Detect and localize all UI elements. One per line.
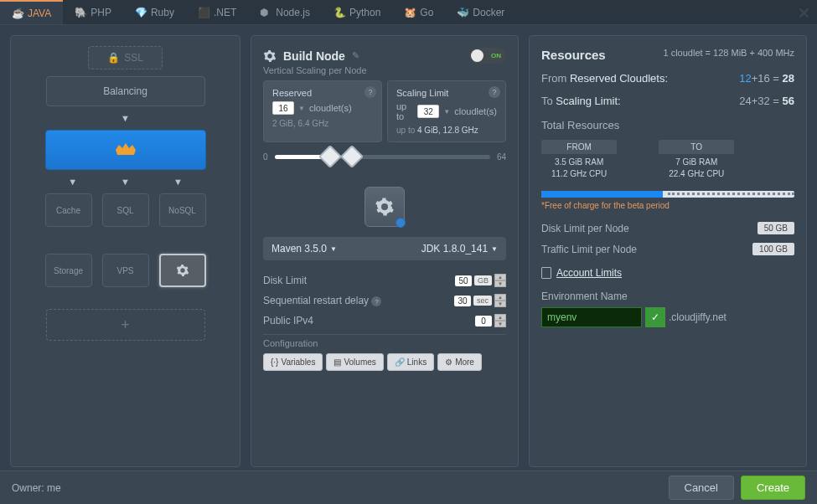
resources-title: Resources: [541, 48, 606, 62]
disk-icon: ▤: [334, 357, 341, 367]
chevron-down-icon: ▼: [330, 245, 337, 253]
tab-nodejs[interactable]: ⬢Node.js: [248, 0, 322, 24]
lock-icon: 🔒: [107, 52, 120, 64]
gear-icon: [375, 197, 395, 217]
account-limits-link[interactable]: Account Limits: [556, 267, 622, 279]
go-icon: 🐹: [404, 7, 416, 18]
tomcat-icon: [114, 141, 137, 158]
arrow-down-icon: ▼: [121, 113, 130, 123]
app-server-node[interactable]: [45, 130, 206, 170]
tab-php[interactable]: 🐘PHP: [63, 0, 123, 24]
disk-limit-per-node-label: Disk Limit per Node: [541, 223, 629, 234]
build-node-title: Build Node: [283, 49, 345, 63]
build-node-toggle[interactable]: ON: [469, 48, 506, 64]
gear-icon: [176, 264, 189, 277]
arrow-down-icon: ▼: [68, 177, 77, 187]
disk-limit-badge: 50 GB: [758, 222, 794, 234]
limit-input[interactable]: [417, 105, 439, 118]
version-selector[interactable]: Maven 3.5.0▼ JDK 1.8.0_141▼: [263, 237, 506, 260]
variables-button[interactable]: {·}Variables: [263, 353, 323, 371]
restart-delay-value[interactable]: 30: [454, 296, 471, 306]
environment-name-label: Environment Name: [541, 291, 794, 302]
gear-icon: [263, 49, 277, 63]
nodejs-icon: ⬢: [260, 7, 271, 18]
more-button[interactable]: ⚙More: [437, 353, 482, 371]
link-icon: 🔗: [395, 357, 405, 367]
build-config-panel: Build Node ✎ ON Vertical Scaling per Nod…: [251, 35, 519, 467]
reserved-input[interactable]: [272, 101, 294, 115]
vps-node[interactable]: VPS: [102, 254, 149, 287]
document-icon: [541, 267, 551, 279]
links-button[interactable]: 🔗Links: [387, 353, 434, 371]
ruby-icon: 💎: [135, 7, 147, 18]
edit-icon[interactable]: ✎: [352, 50, 359, 61]
topology-panel: 🔒SSL Balancing ▼ ▼ ▼ ▼ Cache SQL NoSQL S…: [10, 35, 240, 467]
owner-label: Owner: me: [12, 482, 61, 494]
java-icon: ☕: [12, 8, 23, 19]
to-resources-box: TO 7 GiB RAM22.4 GHz CPU: [659, 140, 734, 183]
from-resources-box: FROM 3.5 GiB RAM11.2 GHz CPU: [541, 140, 617, 183]
close-button[interactable]: ✕: [798, 4, 810, 23]
tab-ruby[interactable]: 💎Ruby: [123, 0, 186, 24]
environment-domain: .cloudjiffy.net: [669, 311, 727, 323]
chevron-down-icon[interactable]: ▼: [443, 108, 450, 116]
resources-panel: Resources 1 cloudlet = 128 MiB + 400 MHz…: [529, 35, 807, 467]
cancel-button[interactable]: Cancel: [669, 476, 734, 500]
volumes-button[interactable]: ▤Volumes: [326, 353, 383, 371]
balancing-button[interactable]: Balancing: [46, 76, 205, 106]
gear-icon: ⚙: [445, 357, 452, 367]
slider-handle-reserved[interactable]: [318, 145, 342, 168]
cache-node[interactable]: Cache: [45, 193, 92, 227]
php-icon: 🐘: [75, 7, 86, 18]
resources-progress: [541, 191, 794, 198]
sql-node[interactable]: SQL: [102, 193, 149, 227]
disk-limit-label: Disk Limit: [263, 275, 307, 286]
traffic-limit-label: Traffic Limit per Node: [541, 244, 637, 255]
cloudlet-slider[interactable]: [275, 155, 490, 159]
scaling-subtitle: Vertical Scaling per Node: [263, 65, 506, 75]
chevron-down-icon: ▼: [491, 245, 498, 253]
docker-icon: 🐳: [457, 7, 468, 18]
environment-name-input[interactable]: [541, 307, 642, 327]
chevron-down-icon[interactable]: ▼: [298, 105, 305, 112]
help-icon[interactable]: ?: [489, 86, 500, 98]
tab-python[interactable]: 🐍Python: [322, 0, 392, 24]
node-image[interactable]: [365, 187, 405, 227]
tab-go[interactable]: 🐹Go: [392, 0, 445, 24]
beta-note: *Free of charge for the beta period: [541, 201, 794, 210]
tab-dotnet[interactable]: ⬛.NET: [186, 0, 248, 24]
disk-stepper[interactable]: ▲▼: [494, 274, 506, 287]
language-tabs: ☕JAVA 🐘PHP 💎Ruby ⬛.NET ⬢Node.js 🐍Python …: [0, 0, 817, 25]
python-icon: 🐍: [334, 7, 345, 18]
slider-handle-limit[interactable]: [340, 145, 364, 168]
add-node-button[interactable]: +: [46, 309, 205, 341]
help-icon[interactable]: ?: [371, 296, 381, 306]
reserved-cloudlets-box: ? Reserved ▼cloudlet(s) 2 GiB, 6.4 GHz: [263, 80, 382, 142]
restart-delay-label: Sequential restart delay ?: [263, 295, 381, 307]
ipv4-label: Public IPv4: [263, 315, 313, 327]
arrow-down-icon: ▼: [121, 177, 130, 187]
ipv4-stepper[interactable]: ▲▼: [494, 314, 506, 327]
tab-docker[interactable]: 🐳Docker: [445, 0, 516, 24]
ipv4-value[interactable]: 0: [475, 316, 492, 327]
footer: Owner: me Cancel Create: [0, 471, 817, 504]
dotnet-icon: ⬛: [198, 7, 209, 18]
traffic-limit-badge: 100 GB: [752, 243, 794, 255]
help-icon[interactable]: ?: [365, 86, 376, 98]
braces-icon: {·}: [271, 357, 278, 367]
info-icon[interactable]: [396, 218, 406, 228]
ssl-button[interactable]: 🔒SSL: [88, 46, 163, 69]
configuration-label: Configuration: [263, 334, 506, 348]
restart-stepper[interactable]: ▲▼: [494, 294, 506, 307]
cloudlet-note: 1 cloudlet = 128 MiB + 400 MHz: [663, 48, 794, 58]
total-resources-label: Total Resources: [541, 119, 794, 131]
arrow-down-icon: ▼: [173, 177, 183, 187]
storage-node[interactable]: Storage: [45, 254, 92, 287]
nosql-node[interactable]: NoSQL: [159, 193, 206, 227]
check-icon: ✓: [645, 307, 665, 327]
create-button[interactable]: Create: [741, 476, 805, 500]
tab-java[interactable]: ☕JAVA: [0, 0, 63, 24]
scaling-limit-box: ? Scaling Limit up to▼cloudlet(s) up to …: [387, 80, 506, 142]
disk-limit-value[interactable]: 50: [455, 275, 472, 286]
build-node[interactable]: [159, 254, 206, 287]
